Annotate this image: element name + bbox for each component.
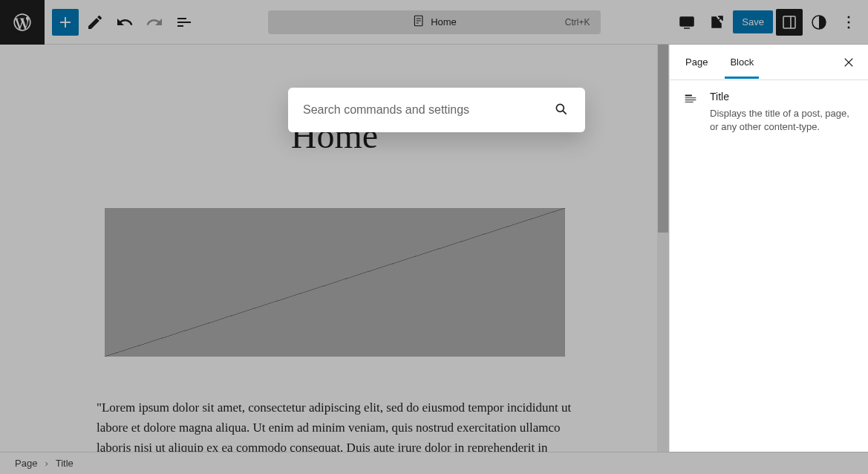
svg-line-15 — [563, 111, 567, 114]
shortcut-hint: Ctrl+K — [565, 17, 590, 27]
title-block-icon — [682, 91, 699, 108]
edit-tool-button[interactable] — [82, 9, 108, 36]
undo-button[interactable] — [111, 9, 138, 36]
options-button[interactable] — [835, 9, 862, 36]
save-button[interactable]: Save — [733, 10, 773, 33]
svg-rect-4 — [680, 17, 694, 26]
svg-rect-6 — [783, 16, 795, 28]
block-description: Displays the title of a post, page, or a… — [710, 107, 856, 134]
view-site-button[interactable] — [703, 9, 730, 36]
canvas-scrollbar[interactable] — [657, 45, 669, 452]
settings-panel-button[interactable] — [776, 9, 803, 36]
image-placeholder[interactable] — [105, 208, 565, 357]
svg-point-11 — [848, 26, 850, 28]
tab-page[interactable]: Page — [680, 46, 713, 78]
svg-point-9 — [848, 16, 850, 18]
svg-point-10 — [848, 21, 850, 23]
close-panel-button[interactable] — [840, 53, 858, 71]
styles-button[interactable] — [806, 9, 832, 36]
svg-point-14 — [556, 104, 564, 111]
document-bar[interactable]: Home Ctrl+K — [268, 10, 601, 34]
chevron-right-icon: › — [45, 458, 48, 469]
document-title: Home — [431, 16, 457, 27]
settings-sidebar: Page Block Title Displays the title of a… — [669, 45, 868, 452]
tab-block[interactable]: Block — [725, 46, 759, 78]
redo-button[interactable] — [141, 9, 168, 36]
search-icon[interactable] — [554, 102, 570, 118]
block-title-label: Title — [710, 91, 856, 103]
add-block-button[interactable] — [52, 9, 79, 36]
command-palette — [288, 88, 585, 132]
paragraph-block[interactable]: "Lorem ipsum dolor sit amet, consectetur… — [97, 397, 572, 452]
page-icon — [411, 14, 425, 30]
view-desktop-button[interactable] — [673, 9, 700, 36]
command-search-input[interactable] — [303, 103, 554, 117]
breadcrumb-root[interactable]: Page — [15, 458, 37, 469]
breadcrumb: Page › Title — [0, 452, 868, 474]
wordpress-logo[interactable] — [0, 0, 45, 45]
scrollbar-thumb[interactable] — [658, 45, 668, 233]
document-overview-button[interactable] — [171, 9, 198, 36]
breadcrumb-current[interactable]: Title — [56, 458, 74, 469]
